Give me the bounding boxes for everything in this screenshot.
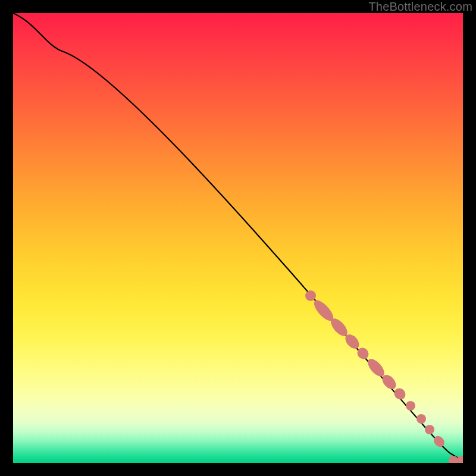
data-dot [457, 456, 463, 463]
data-dots [305, 290, 463, 463]
chart-svg-layer [13, 13, 463, 463]
data-dot [416, 414, 426, 424]
data-dot [425, 425, 434, 434]
data-dot [406, 401, 415, 411]
data-dot [305, 290, 316, 301]
attribution-label: TheBottleneck.com [368, 0, 472, 14]
chart-stage: TheBottleneck.com [0, 0, 476, 476]
plot-area [13, 13, 463, 463]
